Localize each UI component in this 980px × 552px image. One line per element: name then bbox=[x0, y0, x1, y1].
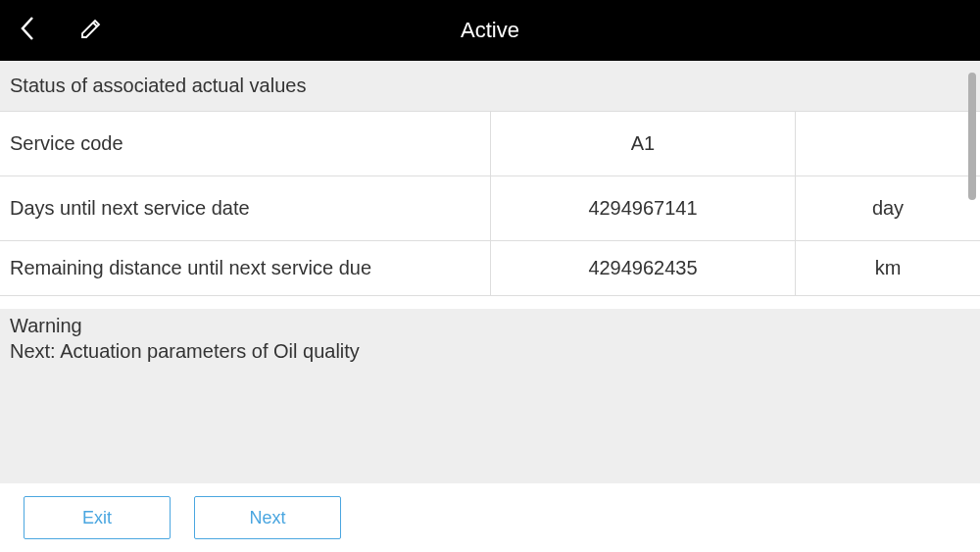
column-divider bbox=[795, 112, 796, 176]
exit-button[interactable]: Exit bbox=[24, 496, 171, 539]
content-area: Status of associated actual values Servi… bbox=[0, 61, 980, 309]
back-icon[interactable] bbox=[18, 14, 39, 47]
row-unit: km bbox=[796, 257, 980, 279]
section-header: Status of associated actual values bbox=[0, 61, 980, 112]
table-row: Remaining distance until next service du… bbox=[0, 241, 980, 296]
warning-text: Warning bbox=[10, 313, 970, 338]
next-step-text: Next: Actuation parameters of Oil qualit… bbox=[10, 338, 970, 364]
row-value: A1 bbox=[491, 132, 795, 155]
row-label: Service code bbox=[0, 132, 490, 155]
footer-bar: Exit Next bbox=[0, 483, 980, 552]
next-button[interactable]: Next bbox=[194, 496, 341, 539]
header-bar: Active bbox=[0, 0, 980, 61]
pencil-icon[interactable] bbox=[78, 16, 104, 45]
row-label: Days until next service date bbox=[0, 197, 490, 220]
table-row: Days until next service date 4294967141 … bbox=[0, 176, 980, 241]
row-value: 4294962435 bbox=[491, 257, 795, 279]
scrollbar-thumb[interactable] bbox=[968, 73, 976, 200]
row-label: Remaining distance until next service du… bbox=[0, 257, 490, 279]
table-row: Service code A1 bbox=[0, 112, 980, 176]
info-panel: Warning Next: Actuation parameters of Oi… bbox=[0, 309, 980, 483]
row-unit: day bbox=[796, 197, 980, 220]
row-value: 4294967141 bbox=[491, 197, 795, 220]
page-title: Active bbox=[461, 18, 519, 43]
